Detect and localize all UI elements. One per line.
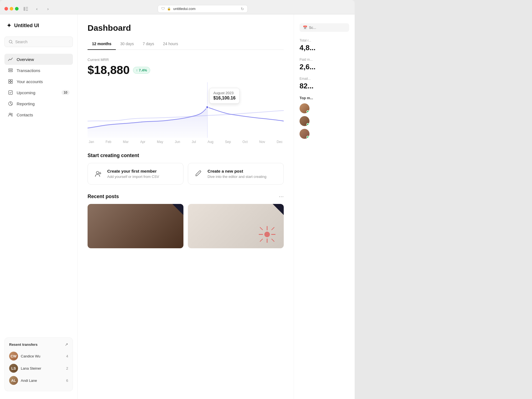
chart-icon (8, 57, 13, 62)
sidebar-item-label: Reporting (17, 101, 35, 106)
sidebar-item-upcoming[interactable]: Upcoming 10 (4, 87, 73, 98)
grid-icon (8, 79, 13, 84)
sidebar-item-label: Upcoming (17, 90, 35, 95)
sidebar-item-contacts[interactable]: Contacts (4, 109, 73, 120)
list-item (300, 116, 349, 126)
tab-12months[interactable]: 12 months (88, 39, 116, 50)
more-options-button[interactable]: ⋯ (279, 193, 284, 200)
month-label: Oct (242, 140, 248, 144)
month-label: Nov (259, 140, 265, 144)
search-placeholder: Search (15, 40, 27, 44)
search-box[interactable]: Search (4, 37, 73, 47)
card-desc: Dive into the editor and start creating (208, 175, 266, 179)
svg-rect-3 (26, 10, 28, 11)
browser-chrome: ‹ › 🛡 🔒 untitledui.com ↻ (0, 0, 355, 14)
tab-7days[interactable]: 7 days (138, 39, 158, 50)
transfer-name: Lana Steiner (21, 366, 63, 370)
address-bar[interactable]: 🛡 🔒 untitledui.com ↻ (158, 5, 247, 13)
tooltip-value: $16,100.16 (213, 96, 236, 101)
app-container: ✦ Untitled UI Search Overview (0, 14, 355, 399)
create-member-text: Create your first member Add yourself or… (107, 169, 159, 179)
sidebar: ✦ Untitled UI Search Overview (0, 14, 78, 399)
back-button[interactable]: ‹ (33, 5, 41, 13)
create-post-text: Create a new post Dive into the editor a… (208, 169, 266, 179)
sidebar-item-label: Transactions (17, 68, 40, 73)
minimize-button[interactable] (10, 7, 13, 11)
transfer-count: 6 (66, 378, 68, 383)
recent-posts-section: Recent posts ⋯ (88, 193, 284, 248)
sidebar-item-transactions[interactable]: Transactions (4, 65, 73, 76)
tab-24hours[interactable]: 24 hours (158, 39, 182, 50)
recent-transfers: Resent transfers ↗ CW Candice Wu 4 LS La… (4, 337, 73, 391)
schedule-label: Sc... (309, 25, 316, 30)
recent-posts-header: Recent posts ⋯ (88, 193, 284, 200)
maximize-button[interactable] (15, 7, 19, 11)
upcoming-badge: 10 (62, 90, 70, 95)
avatar: LS (9, 364, 18, 373)
edit-icon (194, 169, 204, 179)
mrr-value-row: $18,880 ↑ 7.4% (88, 63, 284, 77)
pie-icon (8, 101, 13, 106)
post-card[interactable] (88, 204, 183, 248)
card-desc: Add yourself or import from CSV (107, 175, 159, 179)
stat-value: 82... (300, 82, 349, 90)
stat-total-revenue: Total r... 4,8... (300, 39, 349, 52)
create-member-card[interactable]: Create your first member Add yourself or… (88, 163, 183, 185)
svg-point-14 (11, 113, 12, 115)
refresh-icon[interactable]: ↻ (241, 7, 244, 11)
close-button[interactable] (4, 7, 8, 11)
chart-container: August 2023 $16,100.16 (88, 82, 284, 138)
sidebar-toggle-icon[interactable] (22, 5, 30, 13)
schedule-button[interactable]: 📅 Sc... (300, 23, 349, 32)
sidebar-item-overview[interactable]: Overview (4, 54, 73, 65)
month-label: Dec (277, 140, 283, 144)
tab-30days[interactable]: 30 days (116, 39, 138, 50)
avatar: AL (9, 376, 18, 385)
svg-rect-6 (9, 71, 12, 72)
svg-point-18 (264, 232, 270, 237)
online-status-dot (306, 136, 309, 139)
svg-rect-2 (26, 8, 28, 9)
sidebar-item-reporting[interactable]: Reporting (4, 98, 73, 109)
logo-star-icon: ✦ (7, 22, 11, 29)
users-icon (8, 112, 13, 117)
mrr-value: $18,880 (88, 63, 130, 77)
stat-label: Email... (300, 77, 349, 81)
svg-point-13 (9, 113, 11, 115)
chart-labels: Jan Feb Mar Apr May Jun Jul Aug Sep Oct … (88, 140, 284, 144)
sidebar-item-your-accounts[interactable]: Your accounts (4, 76, 73, 87)
post-card[interactable] (188, 204, 284, 248)
layers-icon (8, 68, 13, 73)
content-section-title: Start creating content (88, 153, 284, 158)
list-item (300, 129, 349, 139)
card-title: Create a new post (208, 169, 266, 173)
list-item: CW Candice Wu 4 (9, 350, 68, 362)
chart-svg (88, 82, 284, 138)
avatar: CW (9, 352, 18, 360)
month-label: Feb (106, 140, 111, 144)
calendar-icon: 📅 (303, 25, 307, 30)
avatar (300, 103, 310, 113)
search-icon (9, 40, 13, 44)
right-panel: 📅 Sc... Total r... 4,8... Paid m... 2,6.… (294, 14, 355, 399)
svg-line-24 (272, 239, 274, 242)
svg-rect-5 (9, 69, 12, 70)
app-logo: ✦ Untitled UI (4, 22, 73, 29)
svg-rect-0 (24, 7, 25, 11)
recent-transfers-expand-icon[interactable]: ↗ (65, 342, 68, 347)
month-label: Mar (123, 140, 129, 144)
svg-rect-9 (9, 82, 10, 83)
month-label: Aug (208, 140, 213, 144)
month-label: Jan (89, 140, 94, 144)
main-content: Dashboard 12 months 30 days 7 days 24 ho… (78, 14, 294, 399)
stat-value: 4,8... (300, 44, 349, 52)
transfer-name: Candice Wu (21, 354, 63, 358)
transfer-count: 2 (66, 366, 68, 370)
stat-label: Paid m... (300, 58, 349, 62)
content-section: Start creating content Create your first… (88, 153, 284, 185)
create-post-card[interactable]: Create a new post Dive into the editor a… (188, 163, 284, 185)
svg-rect-11 (9, 91, 12, 94)
forward-button[interactable]: › (44, 5, 52, 13)
svg-line-26 (260, 239, 263, 242)
list-item (300, 103, 349, 113)
